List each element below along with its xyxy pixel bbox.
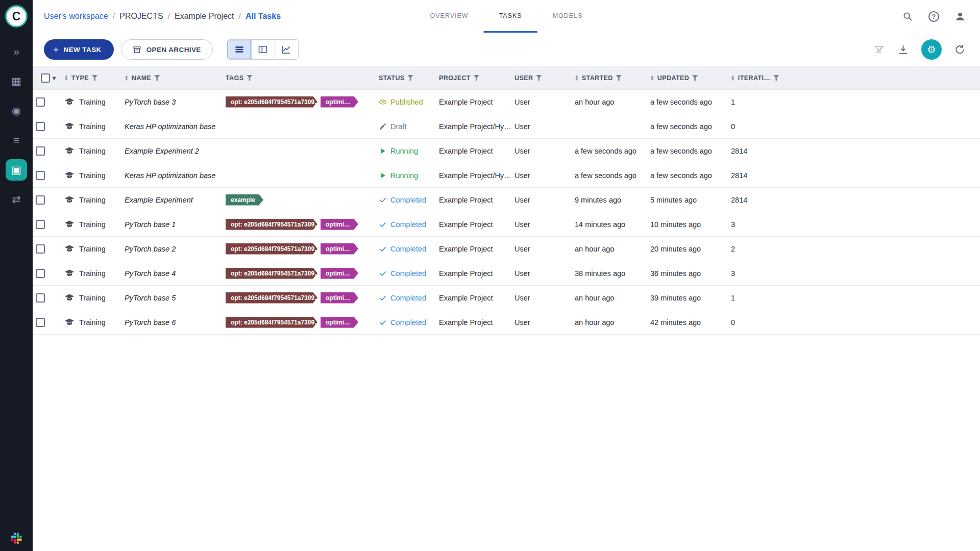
help-icon[interactable]: ? (928, 11, 939, 22)
task-name-link[interactable]: PyTorch base 5 (125, 294, 176, 302)
tag-chip[interactable]: opt: e205d684f7954571a7309… (226, 96, 317, 108)
column-header-status[interactable]: STATUS (376, 74, 436, 82)
sidebar-item-pipelines[interactable]: ▣ (6, 159, 27, 181)
column-settings-button[interactable]: ⚙ (921, 39, 942, 60)
row-checkbox[interactable] (36, 171, 45, 180)
table-view-button[interactable] (228, 40, 251, 59)
sidebar-item-dashboard[interactable]: ▦ (6, 70, 27, 92)
tag-chip[interactable]: example (226, 194, 263, 206)
table-row[interactable]: Training PyTorch base 2 opt: e205d684f79… (33, 237, 980, 261)
table-row[interactable]: Training Example Experiment example Comp… (33, 188, 980, 212)
tab-tasks[interactable]: TASKS (484, 0, 537, 33)
tag-chip[interactable]: optimi… (321, 268, 358, 279)
table-row[interactable]: Training Keras HP optimization base Draf… (33, 114, 980, 139)
row-checkbox[interactable] (36, 318, 45, 327)
filter-icon[interactable] (247, 75, 252, 81)
column-label: NAME (132, 74, 151, 82)
split-view-button[interactable] (251, 40, 275, 59)
row-checkbox[interactable] (36, 146, 45, 156)
table-row[interactable]: Training PyTorch base 6 opt: e205d684f79… (33, 310, 980, 335)
tab-models[interactable]: MODELS (537, 0, 598, 33)
row-checkbox[interactable] (36, 195, 45, 205)
filter-icon[interactable] (773, 75, 779, 81)
tag-chip[interactable]: opt: e205d684f7954571a7309… (226, 268, 317, 279)
column-header-started[interactable]: ▲▼STARTED (572, 74, 647, 82)
task-name-link[interactable]: Example Experiment 2 (125, 147, 199, 155)
breadcrumb-all-tasks[interactable]: All Tasks (246, 12, 281, 21)
select-all-checkbox[interactable] (41, 73, 50, 83)
task-name-link[interactable]: Keras HP optimization base (125, 122, 215, 131)
row-checkbox[interactable] (36, 122, 45, 131)
column-header-user[interactable]: USER (511, 74, 572, 82)
filter-icon[interactable] (92, 75, 97, 81)
filter-icon[interactable] (536, 75, 542, 81)
selection-dropdown-caret[interactable]: ▾ (53, 74, 56, 82)
task-name-link[interactable]: PyTorch base 2 (125, 245, 176, 253)
sort-icon[interactable]: ▲▼ (650, 75, 654, 80)
table-row[interactable]: Training PyTorch base 4 opt: e205d684f79… (33, 261, 980, 286)
status-badge: Completed (379, 269, 436, 278)
tag-chip[interactable]: opt: e205d684f7954571a7309… (226, 243, 317, 255)
filter-icon[interactable] (408, 75, 413, 81)
tag-chip[interactable]: optimi… (321, 243, 358, 255)
table-row[interactable]: Training PyTorch base 1 opt: e205d684f79… (33, 212, 980, 237)
tag-chip[interactable]: optimi… (321, 317, 358, 328)
filter-icon[interactable] (616, 75, 622, 81)
column-header-name[interactable]: ▲▼NAME (121, 74, 223, 82)
sidebar-item-workers-queues[interactable]: ⇄ (6, 189, 27, 210)
row-checkbox[interactable] (36, 97, 45, 107)
sort-icon[interactable]: ▲▼ (575, 75, 579, 80)
download-icon[interactable] (897, 44, 909, 56)
breadcrumb-workspace[interactable]: User's workspace (44, 12, 108, 21)
table-row[interactable]: Training Keras HP optimization base Runn… (33, 163, 980, 188)
sidebar-item-projects[interactable]: ◉ (6, 100, 27, 121)
sort-icon[interactable]: ▲▼ (125, 75, 129, 80)
row-checkbox[interactable] (36, 220, 45, 229)
task-user-cell: User (511, 171, 572, 180)
column-header-type[interactable]: ▲▼TYPE (61, 74, 121, 82)
clearml-logo[interactable]: C (5, 5, 28, 28)
tag-chip[interactable]: optimi… (321, 96, 358, 108)
auto-refresh-icon[interactable] (954, 44, 966, 56)
row-checkbox[interactable] (36, 293, 45, 303)
filter-icon[interactable] (692, 75, 698, 81)
task-name-link[interactable]: Keras HP optimization base (125, 171, 215, 180)
table-row[interactable]: Training PyTorch base 5 opt: e205d684f79… (33, 286, 980, 310)
task-name-link[interactable]: PyTorch base 6 (125, 318, 176, 327)
tag-chip[interactable]: optimi… (321, 219, 358, 230)
task-name-link[interactable]: PyTorch base 3 (125, 98, 176, 106)
filter-icon[interactable] (154, 75, 160, 81)
breadcrumb-example-project[interactable]: Example Project (175, 12, 234, 21)
sidebar-item-datasets[interactable]: ≡ (6, 130, 27, 151)
breadcrumb-projects[interactable]: PROJECTS (119, 12, 163, 21)
user-avatar[interactable] (954, 11, 966, 22)
filter-icon[interactable] (474, 75, 479, 81)
tag-chip[interactable]: opt: e205d684f7954571a7309… (226, 219, 317, 230)
chart-view-button[interactable] (275, 40, 298, 59)
task-name-link[interactable]: Example Experiment (125, 196, 193, 204)
slack-icon[interactable] (11, 533, 22, 544)
column-header-iterations[interactable]: ▲▼ITERATI… (728, 74, 784, 82)
column-header-project[interactable]: PROJECT (436, 74, 511, 82)
tag-chip[interactable]: optimi… (321, 292, 358, 304)
sort-icon[interactable]: ▲▼ (64, 75, 68, 80)
task-updated-cell: 10 minutes ago (647, 220, 728, 229)
search-icon[interactable] (902, 11, 913, 22)
row-checkbox[interactable] (36, 269, 45, 278)
clear-filters-icon[interactable] (873, 44, 885, 56)
task-name-link[interactable]: PyTorch base 1 (125, 220, 176, 229)
column-header-updated[interactable]: ▲▼UPDATED (647, 74, 728, 82)
sort-icon[interactable]: ▲▼ (731, 75, 735, 80)
tag-chip[interactable]: opt: e205d684f7954571a7309… (226, 317, 317, 328)
table-row[interactable]: Training PyTorch base 3 opt: e205d684f79… (33, 90, 980, 114)
tab-overview[interactable]: OVERVIEW (414, 0, 483, 33)
task-name-link[interactable]: PyTorch base 4 (125, 269, 176, 278)
row-checkbox[interactable] (36, 244, 45, 254)
open-archive-button[interactable]: OPEN ARCHIVE (121, 39, 213, 60)
sidebar-expand-icon[interactable]: » (6, 41, 27, 62)
new-task-button[interactable]: + NEW TASK (44, 39, 114, 60)
column-header-tags[interactable]: TAGS (223, 74, 376, 82)
tag-chip[interactable]: opt: e205d684f7954571a7309… (226, 292, 317, 304)
table-row[interactable]: Training Example Experiment 2 Running Ex… (33, 139, 980, 163)
task-status-cell: Running (376, 171, 436, 180)
